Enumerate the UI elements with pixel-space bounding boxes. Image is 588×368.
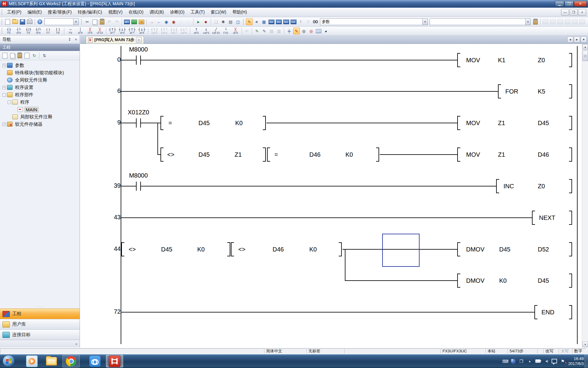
nav-view-button-用户库[interactable]: 用户库 [0, 319, 80, 329]
contact-device-label[interactable]: M8000 [114, 46, 163, 53]
menu-item-5[interactable]: 在线(O) [126, 8, 146, 16]
instruction-text[interactable]: D45 [198, 151, 210, 159]
device-batch-icon[interactable]: Dev [290, 18, 297, 25]
instruction-close-bracket[interactable] [569, 211, 572, 225]
item-property-icon[interactable] [24, 52, 30, 59]
statement-edit-icon[interactable]: ≡ [253, 18, 260, 25]
instruction-text[interactable]: Z1 [498, 151, 505, 159]
splitter-handle[interactable]: ········· [0, 306, 80, 309]
intelligent-function-4-icon[interactable] [564, 18, 571, 25]
monitor-write-mode-icon[interactable]: ◎ [308, 28, 315, 34]
instruction-open-bracket[interactable] [496, 179, 499, 193]
tab-scroll-icon-2[interactable]: ▼ [581, 36, 587, 43]
tree-item-全局软元件注释[interactable]: 全局软元件注释 [0, 76, 80, 84]
device-test-icon[interactable]: ⍿ [297, 18, 304, 25]
instruction-text[interactable]: K1 [498, 56, 505, 64]
ladder-symbol-saF8-button[interactable]: ┤↓└saF8 [179, 27, 189, 35]
read-mode-icon[interactable]: ◎ [300, 28, 307, 34]
instruction-text[interactable]: K0 [309, 245, 317, 253]
instruction-text[interactable]: MOV [466, 151, 480, 159]
instruction-text[interactable]: FOR [505, 87, 518, 95]
ladder-symbol-F8-button[interactable]: [ ]F8 [53, 27, 63, 35]
ladder-symbol-cF10-button[interactable]: ╳cF10 [95, 27, 105, 35]
tray-action-center-icon[interactable]: ⚑ [560, 358, 565, 364]
save-project-icon[interactable] [19, 18, 26, 25]
instruction-open-bracket[interactable] [457, 53, 460, 67]
monitor-pause-icon[interactable]: ◌ [178, 18, 184, 25]
toolbar-grip[interactable] [243, 19, 244, 25]
instruction-text[interactable]: D52 [538, 245, 549, 253]
instruction-text[interactable]: Z1 [498, 119, 505, 127]
instruction-close-bracket[interactable] [376, 148, 379, 162]
instruction-open-bracket[interactable] [267, 148, 270, 162]
ladder-symbol-sF5-button[interactable]: ┤└sF5 [14, 27, 24, 35]
instruction-text[interactable]: INC [503, 182, 514, 190]
contact-symbol[interactable] [140, 182, 141, 191]
instruction-text[interactable]: K5 [538, 87, 545, 95]
instruction-text[interactable]: K0 [235, 119, 243, 127]
help-icon[interactable]: ? [36, 18, 43, 25]
tree-item-程序[interactable]: -程序 [0, 98, 80, 106]
instruction-close-bracket[interactable] [227, 242, 230, 256]
nav-view-button-连接目标[interactable]: 连接目标 [0, 329, 80, 340]
contact-symbol[interactable] [136, 118, 137, 128]
collapse-icon[interactable]: - [8, 101, 11, 104]
ladder-symbol-caF5-button[interactable]: ↓caF5 [202, 27, 211, 35]
monitor-start-icon[interactable]: ◉ [163, 18, 170, 25]
tree-item-程序设置[interactable]: +程序设置 [0, 84, 80, 91]
instruction-close-bracket[interactable] [263, 116, 266, 130]
note-batch-icon[interactable]: ▤ [268, 28, 275, 34]
menu-item-3[interactable]: 转换/编译(C) [75, 8, 105, 16]
show-desktop-button[interactable] [585, 354, 588, 368]
pin-icon[interactable]: ↧ [67, 37, 72, 42]
instruction-text[interactable]: D46 [309, 151, 321, 159]
tree-item-MAIN[interactable]: MAIN [0, 106, 80, 113]
contact-device-label[interactable]: M8000 [114, 172, 163, 179]
contact-device-label[interactable]: X012Z0 [114, 109, 163, 116]
taskbar-app-baidu-netdisk[interactable] [86, 355, 104, 367]
instruction-text[interactable]: <> [238, 245, 245, 253]
tray-window-restore-icon[interactable]: ❐ [518, 358, 524, 364]
help-context-icon[interactable]: ? [305, 18, 311, 25]
mdi-restore-button[interactable]: ❐ [570, 9, 578, 16]
instruction-text[interactable]: D46 [538, 151, 549, 159]
ladder-symbol-caF10-button[interactable]: ╱caF10 [211, 27, 221, 35]
device-comment-icon[interactable]: DEV [123, 18, 130, 25]
paste-icon[interactable] [99, 18, 105, 25]
instruction-close-bracket[interactable] [569, 179, 572, 193]
instruction-close-bracket[interactable] [569, 84, 572, 98]
tree-item-软元件存储器[interactable]: +软元件存储器 [0, 121, 80, 128]
instruction-close-bracket[interactable] [569, 274, 572, 288]
menu-item-8[interactable]: 工具(T) [187, 8, 208, 16]
instruction-open-bracket[interactable] [457, 274, 460, 288]
tray-help-icon[interactable]: ? [511, 359, 516, 364]
instruction-open-bracket[interactable] [534, 305, 537, 319]
ladder-symbol-F9-button[interactable]: ─F9 [66, 27, 75, 35]
tab-scroll-icon-0[interactable]: ◄ [567, 36, 573, 43]
tray-keyboard-icon[interactable]: ⌨ [503, 358, 508, 364]
scrollbar-thumb[interactable] [582, 51, 588, 61]
instruction-open-bracket[interactable] [532, 211, 535, 225]
taskbar-app-gx-works2[interactable] [106, 355, 123, 367]
ladder-symbol-sF9-button[interactable]: │sF9 [76, 27, 85, 35]
read-from-plc-icon[interactable]: ← [156, 18, 162, 25]
instruction-open-bracket[interactable] [160, 148, 164, 162]
ladder-symbol-aF5-button[interactable]: ↑aF5 [192, 27, 201, 35]
toolbar-grip[interactable] [1, 28, 3, 34]
find-string-combo[interactable]: ▼ [430, 18, 531, 25]
instruction-open-bracket[interactable] [457, 116, 460, 130]
page-setup-icon[interactable]: ▤ [227, 18, 234, 25]
menu-grip[interactable] [1, 9, 3, 15]
instruction-text[interactable]: DMOV [466, 277, 484, 285]
device-monitor-icon[interactable] [131, 18, 138, 25]
ladder-symbol-sF8-button[interactable]: ┤↓├sF8 [118, 27, 127, 35]
ladder-symbol-saF6-button[interactable]: ┤↑└saF6 [160, 27, 169, 35]
instruction-text[interactable]: D45 [161, 245, 172, 253]
tab-close-icon[interactable]: × [136, 37, 142, 43]
tree-item-局部软元件注释[interactable]: 局部软元件注释 [0, 113, 80, 121]
instruction-text[interactable]: K0 [197, 245, 205, 253]
instruction-text[interactable]: = [168, 119, 172, 127]
toolbar-grip[interactable] [81, 19, 82, 25]
minimize-button[interactable]: ▁ [555, 1, 564, 7]
cut-icon[interactable]: ✂ [84, 18, 91, 25]
